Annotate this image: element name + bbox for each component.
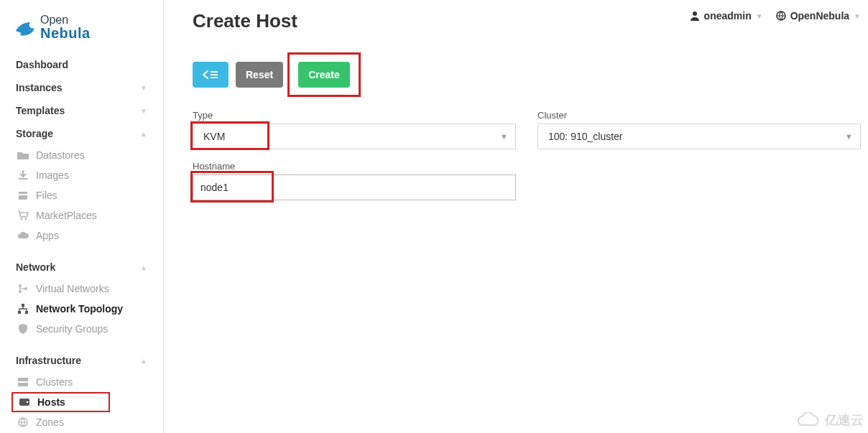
sidebar-item-network[interactable]: Network ▲ bbox=[0, 256, 163, 279]
file-icon bbox=[16, 190, 30, 200]
user-label: oneadmin bbox=[704, 10, 752, 22]
sidebar-item-storage[interactable]: Storage ▲ bbox=[0, 122, 163, 145]
svg-point-3 bbox=[25, 218, 27, 220]
brand-line2: Nebula bbox=[40, 26, 91, 40]
sidebar-item-apps[interactable]: Apps bbox=[0, 225, 163, 246]
sidebar-item-instances[interactable]: Instances ▼ bbox=[0, 76, 163, 99]
sidebar-item-label: Infrastructure bbox=[16, 355, 81, 366]
chevron-down-icon: ▼ bbox=[140, 107, 147, 115]
svg-point-5 bbox=[19, 290, 22, 293]
hosts-highlight: Hosts bbox=[11, 392, 110, 412]
folder-icon bbox=[16, 151, 30, 159]
svg-rect-7 bbox=[22, 304, 24, 307]
sidebar: Open Nebula Dashboard Instances ▼ Templa… bbox=[0, 0, 164, 433]
svg-rect-19 bbox=[211, 77, 218, 78]
reset-button[interactable]: Reset bbox=[236, 62, 283, 88]
cart-icon bbox=[16, 210, 30, 220]
type-value: KVM bbox=[203, 131, 225, 142]
sidebar-item-dashboard[interactable]: Dashboard bbox=[0, 53, 163, 76]
branch-icon bbox=[16, 284, 30, 294]
brand-line1: Open bbox=[40, 14, 91, 26]
topology-icon bbox=[16, 304, 30, 314]
sidebar-item-infrastructure[interactable]: Infrastructure ▲ bbox=[0, 349, 163, 372]
type-field: Type KVM ▼ bbox=[193, 110, 516, 149]
actions-row: Reset Create bbox=[193, 52, 861, 97]
sidebar-item-images[interactable]: Images bbox=[0, 165, 163, 185]
zone-menu[interactable]: OpenNebula ▼ bbox=[776, 10, 861, 22]
svg-rect-8 bbox=[18, 311, 21, 314]
top-right-menu: oneadmin ▼ OpenNebula ▼ bbox=[690, 10, 861, 22]
page-title: Create Host bbox=[193, 10, 297, 32]
main-content: Create Host oneadmin ▼ OpenNebula ▼ bbox=[164, 0, 868, 433]
svg-rect-18 bbox=[211, 74, 218, 75]
hostname-field: Hostname bbox=[193, 161, 516, 200]
svg-point-15 bbox=[693, 11, 697, 16]
sidebar-item-label: Clusters bbox=[36, 376, 73, 388]
svg-point-4 bbox=[19, 284, 22, 287]
chevron-up-icon: ▲ bbox=[140, 264, 147, 271]
chevron-down-icon: ▼ bbox=[854, 12, 861, 20]
sidebar-item-datastores[interactable]: Datastores bbox=[0, 145, 163, 165]
sidebar-item-label: Network Topology bbox=[36, 303, 123, 315]
sidebar-item-label: MarketPlaces bbox=[36, 210, 97, 221]
server-icon bbox=[16, 378, 30, 386]
brand-logo: Open Nebula bbox=[0, 9, 163, 53]
cluster-select[interactable]: 100: 910_cluster ▼ bbox=[537, 124, 861, 149]
cloud-icon bbox=[796, 412, 821, 428]
svg-rect-0 bbox=[19, 192, 27, 194]
download-icon bbox=[16, 170, 30, 180]
sidebar-item-clusters[interactable]: Clusters bbox=[0, 372, 163, 392]
chevron-down-icon: ▼ bbox=[140, 84, 147, 92]
svg-rect-9 bbox=[25, 311, 28, 314]
create-highlight: Create bbox=[287, 52, 361, 97]
zone-label: OpenNebula bbox=[790, 10, 849, 22]
chevron-down-icon: ▼ bbox=[756, 12, 763, 20]
cluster-value: 100: 910_cluster bbox=[548, 131, 623, 142]
sidebar-item-label: Datastores bbox=[36, 149, 85, 161]
sidebar-item-label: Zones bbox=[36, 416, 64, 428]
sidebar-item-marketplaces[interactable]: MarketPlaces bbox=[0, 205, 163, 225]
hostname-label: Hostname bbox=[193, 161, 516, 172]
svg-rect-17 bbox=[211, 71, 218, 73]
user-icon bbox=[690, 11, 700, 21]
sidebar-item-hosts[interactable]: Hosts bbox=[17, 396, 104, 408]
user-menu[interactable]: oneadmin ▼ bbox=[690, 10, 763, 22]
cluster-field: Cluster 100: 910_cluster ▼ bbox=[537, 110, 861, 149]
sidebar-item-label: Apps bbox=[36, 230, 59, 241]
chevron-down-icon: ▼ bbox=[500, 132, 508, 141]
sidebar-item-label: Dashboard bbox=[16, 59, 68, 70]
sidebar-item-label: Images bbox=[36, 169, 69, 181]
chevron-up-icon: ▲ bbox=[140, 357, 147, 365]
svg-point-6 bbox=[24, 287, 27, 290]
globe-icon bbox=[776, 11, 786, 21]
watermark: 亿速云 bbox=[796, 411, 864, 429]
sidebar-item-label: Files bbox=[36, 190, 57, 201]
cloud-icon bbox=[16, 231, 30, 240]
hostname-input[interactable] bbox=[193, 174, 516, 200]
cluster-label: Cluster bbox=[537, 110, 861, 121]
sidebar-item-network-topology[interactable]: Network Topology bbox=[0, 299, 163, 319]
sidebar-item-security-groups[interactable]: Security Groups bbox=[0, 319, 163, 339]
sidebar-item-files[interactable]: Files bbox=[0, 185, 163, 205]
globe-icon bbox=[16, 417, 30, 427]
watermark-text: 亿速云 bbox=[825, 411, 864, 429]
back-list-icon bbox=[203, 70, 218, 80]
svg-rect-11 bbox=[18, 383, 28, 386]
sidebar-item-label: Network bbox=[16, 261, 55, 273]
sidebar-item-zones[interactable]: Zones bbox=[0, 412, 163, 432]
svg-point-2 bbox=[21, 218, 23, 220]
sidebar-item-label: Instances bbox=[16, 82, 63, 93]
sidebar-item-label: Virtual Networks bbox=[36, 283, 109, 294]
chevron-down-icon: ▼ bbox=[845, 132, 853, 141]
create-button[interactable]: Create bbox=[298, 62, 350, 88]
svg-rect-10 bbox=[18, 378, 28, 381]
chevron-up-icon: ▲ bbox=[140, 130, 147, 138]
sidebar-item-templates[interactable]: Templates ▼ bbox=[0, 99, 163, 122]
opennebula-icon bbox=[13, 15, 37, 39]
sidebar-item-label: Hosts bbox=[37, 396, 65, 408]
sidebar-item-label: Storage bbox=[16, 128, 53, 139]
sidebar-item-label: Templates bbox=[16, 105, 65, 116]
type-select[interactable]: KVM ▼ bbox=[193, 124, 516, 149]
back-to-list-button[interactable] bbox=[193, 62, 228, 88]
sidebar-item-virtual-networks[interactable]: Virtual Networks bbox=[0, 279, 163, 299]
